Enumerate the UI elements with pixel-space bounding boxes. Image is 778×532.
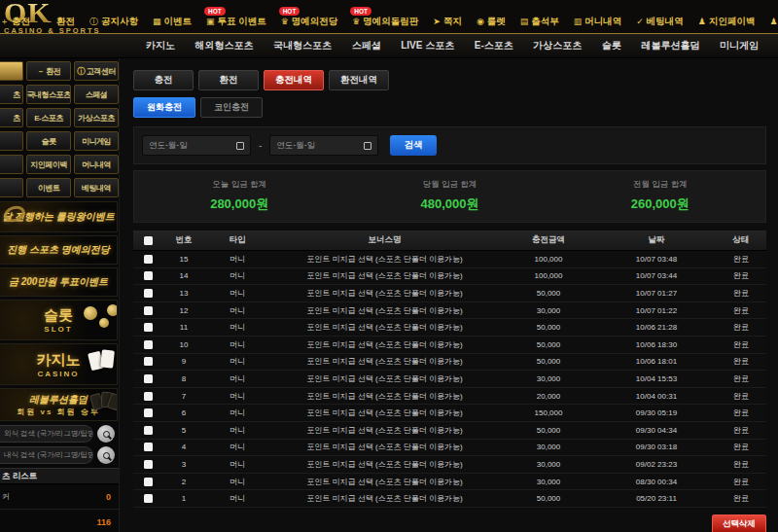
row-checkbox[interactable] [144,408,153,417]
sidebar-item-label: 이벤트 [38,183,60,194]
row-checkbox[interactable] [144,478,153,486]
sidebar-item-betting-history[interactable]: 베팅내역 [74,178,119,197]
subtab-coin-deposit[interactable]: 코인충전 [200,97,263,118]
row-checkbox[interactable] [144,323,153,332]
sports-list-item[interactable]: 116 [0,510,119,532]
search-button[interactable]: 검색 [390,135,437,156]
nav-item-special[interactable]: 스페셜 [352,39,381,53]
sidebar-button-stub[interactable] [0,61,23,81]
delete-selected-button[interactable]: 선택삭제 [712,514,766,532]
cell-bonus: 포인트 미지급 선택 (스포츠 단폴더 이용가능) [269,442,500,452]
select-all-checkbox[interactable] [144,236,153,245]
slot-banner[interactable]: 슬롯SLOT [0,300,118,340]
row-checkbox[interactable] [144,357,153,366]
top-menu-item-label: 환전 [56,16,75,28]
banner-title: 카지노 [37,351,81,370]
subtab-krw-deposit[interactable]: 원화충전 [133,97,195,118]
row-checkbox[interactable] [144,460,153,469]
vote-event-banner[interactable]: 금 200만원 투표이벤트 [0,267,118,297]
top-menu-item-event[interactable]: ▦이벤트 [153,16,192,28]
row-checkbox[interactable] [144,374,153,383]
overseas-search-button[interactable] [97,425,115,443]
domestic-search-input[interactable]: 내식 검색 (국가/리그명/팀명) [0,446,93,464]
nav-item-slot[interactable]: 슬롯 [602,39,621,53]
sidebar-item-money-history[interactable]: 머니내역 [74,155,119,174]
sidebar-button-stub[interactable]: 츠 [0,108,23,127]
nav-item-overseas-sports[interactable]: 해외형스포츠 [195,39,254,53]
casino-banner[interactable]: 카지노CASINO [0,343,118,385]
top-menu-item-referral-extra[interactable]: ♟지인 [769,16,778,28]
sidebar-item-event[interactable]: 이벤트 [26,178,71,197]
sidebar-button-stub[interactable] [0,155,23,174]
nav-item-domestic-sports[interactable]: 국내형스포츠 [273,39,332,53]
sidebar-item-special[interactable]: 스페셜 [74,85,119,104]
cell-date: 08/30 00:34 [597,478,716,486]
deposit-summary: 오늘 입금 합계280,000원당월 입금 합계480,000원전월 입금 합계… [133,170,766,223]
sports-list-item[interactable]: 커0 [0,484,119,510]
row-checkbox[interactable] [144,392,153,401]
domestic-search-button[interactable] [97,446,115,464]
overseas-search-input[interactable]: 외식 검색 (국가/리그명/팀명) [0,425,93,443]
holdem-banner[interactable]: 레볼루션홀덤회원 vs 회원 승부 [0,388,118,421]
sidebar-item-e-sports[interactable]: E-스포츠 [26,108,71,127]
tab-withdraw-history[interactable]: 환전내역 [329,70,389,90]
row-checkbox[interactable] [144,271,153,280]
cell-no: 1 [162,494,205,503]
row-checkbox[interactable] [144,289,153,298]
sidebar-item-withdraw[interactable]: －환전 [26,61,71,81]
sidebar-item-mini-game[interactable]: 미니게임 [74,131,119,151]
sidebar-button-stub[interactable] [0,178,23,197]
sidebar-item-virtual-sports[interactable]: 가상스포츠 [74,108,119,127]
top-menu-item-vote-event[interactable]: HOT▣투표 이벤트 [206,16,266,28]
sports-hall-of-fame-banner[interactable]: 진행 스포츠 명예의전당 [0,235,118,265]
header-checkbox-cell [133,236,162,245]
nav-item-revolution-holdem[interactable]: 레볼루션홀덤 [641,39,699,53]
top-menu-item-money-history[interactable]: ▥머니내역 [574,16,622,28]
row-checkbox[interactable] [144,443,153,451]
rolling-king-event-banner[interactable]: 달 진행하는 롤링왕이벤트 [0,201,118,232]
top-menu-item-withdraw[interactable]: －환전 [45,16,75,28]
cell-status: 완료 [716,305,766,316]
row-checkbox[interactable] [144,426,153,435]
cell-amount: 30,000 [500,374,597,383]
nav-item-virtual-sports[interactable]: 가상스포츠 [533,39,582,53]
table-header-row: 번호타입보너스명충전금액날짜상태 [133,231,766,251]
sidebar-item-referral-payback[interactable]: 지인페이백 [26,155,71,174]
top-menu-item-hall-of-fame[interactable]: HOT♛명예의전당 [281,16,338,28]
wallet-icon: ▥ [574,18,583,26]
main-nav: 카지노해외형스포츠국내형스포츠스페셜LIVE 스포츠E-스포츠가상스포츠슬롯레볼… [0,33,778,58]
calendar-icon[interactable] [364,142,371,150]
nav-item-live-sports[interactable]: LIVE 스포츠 [401,39,454,53]
tab-deposit[interactable]: 충전 [133,70,194,90]
tab-withdraw[interactable]: 환전 [198,70,259,90]
top-menu-item-notice[interactable]: ⓘ공지사항 [89,16,138,28]
nav-item-casino[interactable]: 카지노 [146,39,175,53]
sidebar-item-label: 슬롯 [42,136,56,147]
row-checkbox[interactable] [144,340,153,349]
top-menu-item-message[interactable]: ➤쪽지 [433,16,462,28]
date-to-input[interactable]: 연도-월-일 [269,135,378,156]
top-menu-item-referral-payback[interactable]: ♟지인페이백 [698,16,756,28]
cell-amount: 50,000 [500,323,597,332]
sidebar-item-domestic-sports[interactable]: 국내형스포츠 [26,85,71,104]
date-from-input[interactable]: 연도-월-일 [142,135,251,156]
nav-item-e-sports[interactable]: E-스포츠 [475,39,513,53]
row-checkbox[interactable] [144,494,153,503]
nav-item-mini-game[interactable]: 미니게임 [720,39,759,53]
calendar-icon[interactable] [236,142,244,150]
sidebar-button-stub[interactable] [0,131,23,151]
row-checkbox[interactable] [144,255,153,264]
row-checkbox-cell [133,426,162,435]
top-menu-item-deposit[interactable]: ＋충전 [0,16,30,28]
top-menu-item-roulette[interactable]: ◉룰렛 [477,16,506,28]
top-menu-item-betting-history[interactable]: ✓베팅내역 [636,16,684,28]
tab-deposit-history[interactable]: 충전내역 [264,70,324,90]
cell-bonus: 포인트 미지급 선택 (스포츠 단폴더 이용가능) [269,322,500,333]
sidebar-item-support[interactable]: ⓘ고객센터 [74,61,119,81]
cell-amount: 150,000 [500,408,597,417]
sidebar-button-stub[interactable]: 츠 [0,85,23,104]
top-menu-item-wheel-of-fame[interactable]: HOT♛명예의돌림판 [352,16,418,28]
top-menu-item-attendance[interactable]: ▤출석부 [520,16,559,28]
sidebar-item-slot[interactable]: 슬롯 [26,131,71,151]
row-checkbox[interactable] [144,306,153,315]
